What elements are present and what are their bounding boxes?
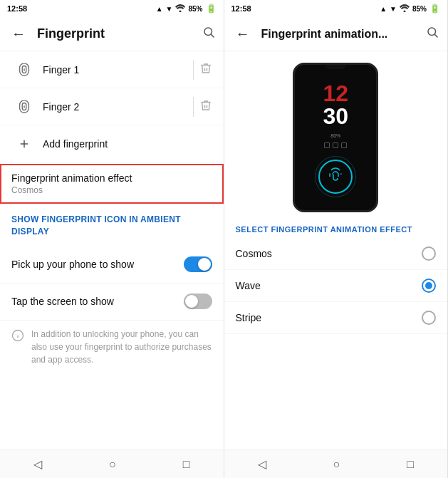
radio-btn-1[interactable] — [422, 279, 436, 293]
pickup-label: Pick up your phone to show — [11, 258, 184, 271]
add-fingerprint-item[interactable]: Add fingerprint — [0, 125, 224, 162]
signal-icon-right: ▲ — [380, 5, 387, 13]
search-button-left[interactable] — [199, 23, 218, 45]
back-button-left[interactable]: ← — [6, 23, 31, 45]
page-title-right: Fingerprint animation... — [261, 28, 418, 41]
battery-icon-right: 🔋 — [429, 4, 440, 14]
battery-icon-left: 🔋 — [206, 4, 217, 14]
finger-2-text: Finger 2 — [37, 101, 193, 113]
nav-recent-left[interactable]: □ — [172, 452, 202, 477]
left-panel: 12:58 ▲ ▼ 85% 🔋 ← Fingerprint Finge — [0, 0, 224, 478]
phone-icon-2 — [333, 142, 338, 148]
status-bar-left: 12:58 ▲ ▼ 85% 🔋 — [0, 0, 224, 17]
radio-label-0: Cosmos — [236, 248, 422, 259]
finger-1-item[interactable]: Finger 1 — [0, 51, 224, 88]
fingerprint-icon-1 — [11, 62, 37, 78]
pickup-toggle-knob — [198, 258, 211, 271]
nav-back-left[interactable]: ◁ — [22, 452, 53, 477]
page-title-left: Fingerprint — [37, 26, 194, 41]
delete-finger-1[interactable] — [199, 62, 212, 78]
radio-row-2[interactable]: Stripe — [224, 302, 448, 334]
tapscreen-label: Tap the screen to show — [11, 295, 184, 308]
nav-bar-right: ◁ ○ □ — [224, 450, 448, 478]
time-left: 12:58 — [7, 4, 27, 13]
animation-effect-subtitle: Cosmos — [11, 185, 43, 195]
phone-clock-hour: 12 — [323, 82, 348, 105]
nav-bar-left: ◁ ○ □ — [0, 450, 224, 478]
pickup-toggle[interactable] — [184, 256, 212, 272]
delete-finger-2[interactable] — [199, 99, 212, 115]
add-icon — [11, 137, 37, 150]
divider-1 — [193, 60, 194, 80]
phone-status-small: 80% — [330, 133, 340, 138]
radio-label-1: Wave — [236, 280, 422, 291]
status-icons-right: ▲ ▼ 85% 🔋 — [380, 4, 440, 14]
search-button-right[interactable] — [423, 23, 442, 45]
svg-point-1 — [204, 28, 212, 36]
phone-preview: 12 30 80% — [224, 51, 448, 218]
radio-btn-2[interactable] — [422, 311, 436, 325]
finger-1-text: Finger 1 — [37, 64, 193, 76]
wifi-bars-icon-right — [400, 4, 410, 14]
finger-2-item[interactable]: Finger 2 — [0, 88, 224, 125]
fingerprint-preview-circle — [318, 160, 353, 194]
top-bar-right: ← Fingerprint animation... — [224, 17, 448, 51]
fingerprint-icon-2 — [11, 99, 37, 115]
status-icons-left: ▲ ▼ 85% 🔋 — [156, 4, 217, 14]
signal-icon: ▲ — [156, 5, 163, 13]
tapscreen-toggle-row: Tap the screen to show — [0, 284, 224, 321]
svg-point-8 — [403, 10, 405, 12]
radio-options-list: CosmosWaveStripe — [224, 238, 448, 334]
tapscreen-toggle[interactable] — [184, 293, 212, 309]
nav-home-left[interactable]: ○ — [98, 452, 127, 477]
radio-btn-0[interactable] — [422, 246, 436, 261]
status-bar-right: 12:58 ▲ ▼ 85% 🔋 — [224, 0, 448, 17]
back-button-right[interactable]: ← — [230, 23, 256, 45]
ambient-display-link[interactable]: SHOW FINGERPRINT ICON IN AMBIENT DISPLAY — [0, 205, 224, 246]
battery-left: 85% — [188, 5, 202, 13]
svg-line-10 — [434, 34, 437, 37]
svg-point-0 — [179, 10, 182, 12]
nav-recent-right[interactable]: □ — [395, 452, 425, 477]
right-panel: 12:58 ▲ ▼ 85% 🔋 ← Fingerprint animation.… — [224, 0, 449, 478]
select-animation-header: SELECT FINGERPRINT ANIMATION EFFECT — [224, 218, 448, 238]
info-row: In addition to unlocking your phone, you… — [0, 321, 224, 373]
wifi-icon: ▼ — [166, 5, 173, 13]
radio-row-0[interactable]: Cosmos — [224, 238, 448, 270]
time-right: 12:58 — [231, 4, 251, 13]
add-fingerprint-text: Add fingerprint — [37, 138, 212, 150]
wifi-bars-icon — [175, 4, 185, 14]
phone-icon-1 — [324, 142, 330, 148]
animation-effect-item[interactable]: Fingerprint animation effect Cosmos — [0, 164, 224, 204]
fingerprint-preview-icon — [327, 166, 344, 187]
wifi-icon-right: ▼ — [390, 5, 397, 13]
animation-effect-title: Fingerprint animation effect — [11, 172, 132, 184]
battery-right: 85% — [412, 5, 427, 13]
phone-mockup: 12 30 80% — [293, 63, 378, 212]
phone-clock: 12 30 — [323, 82, 348, 128]
top-bar-left: ← Fingerprint — [0, 17, 224, 51]
phone-icons-row — [324, 142, 347, 148]
svg-point-9 — [428, 28, 436, 36]
phone-clock-min: 30 — [323, 105, 348, 128]
phone-notch — [325, 65, 346, 69]
svg-line-2 — [211, 34, 214, 37]
info-text: In addition to unlocking your phone, you… — [31, 328, 212, 366]
nav-home-right[interactable]: ○ — [322, 452, 352, 477]
radio-label-2: Stripe — [236, 312, 422, 323]
radio-row-1[interactable]: Wave — [224, 270, 448, 302]
pickup-toggle-row: Pick up your phone to show — [0, 246, 224, 284]
divider-2 — [193, 97, 194, 117]
phone-icon-3 — [341, 142, 347, 148]
info-icon — [11, 329, 24, 345]
tapscreen-toggle-knob — [185, 295, 198, 308]
nav-back-right[interactable]: ◁ — [246, 452, 278, 477]
